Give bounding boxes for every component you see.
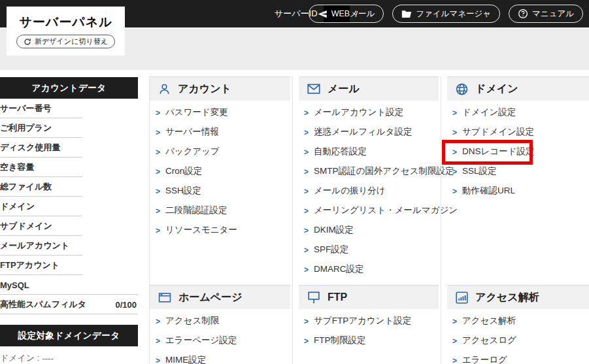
- menu-link-label: DNSレコード設定: [462, 146, 534, 157]
- section-links: サブFTPアカウント設定FTP制限設定: [293, 309, 441, 350]
- menu-link-label: エラーログ: [462, 354, 507, 364]
- chevron-right-icon: [452, 165, 457, 177]
- chevron-right-icon: [452, 354, 457, 364]
- menu-link-mail-0[interactable]: メールアカウント設定: [304, 103, 441, 122]
- main-content: アカウントパスワード変更サーバー情報バックアップCron設定SSH設定二段階認証…: [149, 76, 589, 364]
- webmail-button[interactable]: WEBメール: [309, 5, 384, 23]
- manual-button[interactable]: マニュアル: [509, 5, 583, 23]
- section-links: アクセス解析アクセスログエラーログ: [441, 309, 589, 364]
- switch-design-button[interactable]: 新デザインに切り替え: [16, 35, 115, 48]
- manual-button-label: マニュアル: [532, 8, 574, 20]
- sidebar-item-label: 空き容量: [0, 161, 34, 173]
- menu-link-label: 二段階認証設定: [165, 205, 227, 216]
- menu-link-label: 迷惑メールフィルタ設定: [314, 126, 412, 138]
- menu-link-mail-7[interactable]: SPF設定: [304, 240, 441, 259]
- globe-icon: [456, 83, 468, 95]
- section-title: メール: [328, 82, 360, 96]
- logo-box: サーバーパネル 新デザインに切り替え: [7, 7, 125, 56]
- chevron-right-icon: [304, 107, 309, 118]
- user-icon: [158, 83, 171, 95]
- top-nav: WEBメール ファイルマネージャ マニュアル: [309, 0, 589, 27]
- sidebar-item: ドメイン: [0, 197, 138, 216]
- menu-link-mail-4[interactable]: メールの振り分け: [304, 181, 441, 201]
- sidebar-account-list: サーバー番号ご利用プランディスク使用量空き容量総ファイル数ドメインサブドメインメ…: [0, 99, 138, 314]
- menu-link-label: FTP制限設定: [314, 335, 366, 346]
- section-ftp: FTPサブFTPアカウント設定FTP制限設定: [293, 285, 441, 350]
- menu-link-account-1[interactable]: サーバー情報: [156, 122, 292, 142]
- menu-link-homepage-0[interactable]: アクセス制限: [156, 311, 292, 331]
- menu-link-domain-2[interactable]: DNSレコード設定: [452, 142, 589, 161]
- chevron-right-icon: [452, 185, 457, 197]
- menu-link-label: 動作確認URL: [462, 185, 515, 197]
- mail-icon: [307, 84, 320, 94]
- chevron-right-icon: [304, 146, 309, 157]
- chevron-right-icon: [452, 126, 457, 138]
- section-title: ドメイン: [475, 82, 518, 96]
- menu-link-label: Cron設定: [165, 165, 202, 177]
- menu-link-label: SSH設定: [165, 185, 201, 197]
- menu-link-access-1[interactable]: アクセスログ: [452, 331, 589, 350]
- menu-link-account-2[interactable]: バックアップ: [156, 142, 292, 161]
- section-header-access: アクセス解析: [447, 285, 589, 309]
- sidebar-item: FTPアカウント: [0, 256, 138, 275]
- menu-link-label: メールの振り分け: [314, 185, 386, 197]
- sidebar-item-label: サーバー番号: [0, 103, 52, 114]
- file-manager-button[interactable]: ファイルマネージャ: [392, 5, 500, 23]
- menu-link-label: SMTP認証の国外アクセス制限設定: [314, 165, 454, 177]
- chevron-right-icon: [304, 165, 309, 177]
- menu-link-label: MIME設定: [165, 354, 206, 364]
- menu-link-mail-1[interactable]: 迷惑メールフィルタ設定: [304, 122, 441, 142]
- chevron-right-icon: [304, 315, 309, 327]
- menu-link-access-0[interactable]: アクセス解析: [452, 311, 589, 331]
- menu-link-access-2[interactable]: エラーログ: [452, 350, 589, 364]
- switch-design-label: 新デザインに切り替え: [35, 37, 108, 46]
- menu-link-mail-6[interactable]: DKIM設定: [304, 220, 441, 240]
- menu-link-account-0[interactable]: パスワード変更: [156, 103, 292, 122]
- menu-link-label: 自動応答設定: [314, 146, 367, 157]
- menu-link-mail-2[interactable]: 自動応答設定: [304, 142, 441, 161]
- sidebar-item: 高性能スパムフィルタ0/100: [0, 295, 138, 314]
- section-access: アクセス解析アクセス解析アクセスログエラーログ: [441, 285, 589, 364]
- chevron-right-icon: [156, 126, 160, 138]
- menu-link-account-4[interactable]: SSH設定: [156, 181, 292, 201]
- menu-link-homepage-2[interactable]: MIME設定: [156, 350, 292, 364]
- menu-link-mail-5[interactable]: メーリングリスト・メールマガジン: [304, 201, 441, 220]
- page-title: サーバーパネル: [19, 14, 112, 31]
- main-column: メールメールアカウント設定迷惑メールフィルタ設定自動応答設定SMTP認証の国外ア…: [292, 76, 441, 364]
- menu-link-account-6[interactable]: リソースモニター: [156, 220, 292, 240]
- sidebar-account-data-title: アカウントデータ: [31, 82, 106, 94]
- bar-chart-icon: [456, 291, 468, 304]
- menu-link-label: DKIM設定: [314, 224, 354, 236]
- sidebar-item: サブドメイン: [0, 216, 138, 236]
- chevron-right-icon: [156, 185, 160, 197]
- chevron-right-icon: [304, 205, 309, 216]
- chevron-right-icon: [156, 205, 160, 216]
- domain-value: ----: [42, 354, 53, 363]
- sidebar-domain-row: ドメイン : ----: [0, 348, 138, 364]
- menu-link-domain-0[interactable]: ドメイン設定: [452, 103, 589, 122]
- menu-link-account-5[interactable]: 二段階認証設定: [156, 201, 292, 220]
- sidebar-item: 空き容量: [0, 157, 138, 177]
- folder-icon: [401, 10, 412, 18]
- section-title: アクセス解析: [475, 291, 539, 305]
- sidebar-item-label: MySQL: [0, 280, 29, 290]
- file-manager-button-label: ファイルマネージャ: [416, 8, 491, 20]
- menu-link-label: サーバー情報: [165, 126, 219, 138]
- menu-link-account-3[interactable]: Cron設定: [156, 161, 292, 181]
- paper-plane-icon: [318, 9, 328, 19]
- menu-link-domain-4[interactable]: 動作確認URL: [452, 181, 589, 201]
- menu-link-mail-3[interactable]: SMTP認証の国外アクセス制限設定: [304, 161, 441, 181]
- menu-link-domain-3[interactable]: SSL設定: [452, 161, 589, 181]
- sidebar-item-label: ドメイン: [0, 201, 35, 212]
- sidebar-item-label: 高性能スパムフィルタ: [0, 299, 86, 310]
- menu-link-mail-8[interactable]: DMARC設定: [304, 259, 441, 279]
- menu-link-ftp-1[interactable]: FTP制限設定: [304, 331, 441, 350]
- menu-link-ftp-0[interactable]: サブFTPアカウント設定: [304, 311, 441, 331]
- chevron-right-icon: [304, 126, 309, 138]
- menu-link-domain-1[interactable]: サブドメイン設定: [452, 122, 589, 142]
- section-links: パスワード変更サーバー情報バックアップCron設定SSH設定二段階認証設定リソー…: [150, 101, 292, 240]
- menu-link-label: メーリングリスト・メールマガジン: [314, 205, 458, 216]
- sidebar-item: ご利用プラン: [0, 118, 138, 138]
- section-mail: メールメールアカウント設定迷惑メールフィルタ設定自動応答設定SMTP認証の国外ア…: [293, 76, 441, 279]
- menu-link-homepage-1[interactable]: エラーページ設定: [156, 331, 292, 350]
